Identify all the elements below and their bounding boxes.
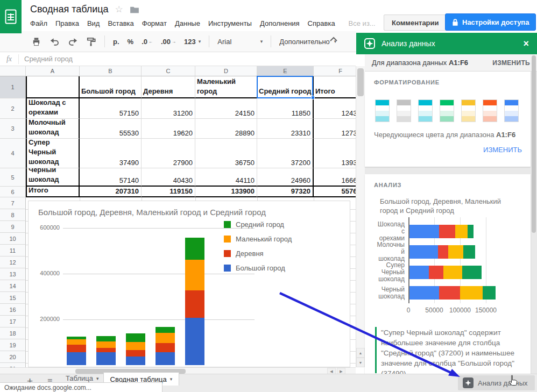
collapse-toolbar-icon[interactable]	[329, 37, 338, 42]
panel-bar-segment-Маленький город[interactable]	[460, 286, 483, 300]
legend-item[interactable]: Маленький город	[224, 235, 292, 243]
row-header-2[interactable]: 2	[0, 98, 26, 119]
share-button[interactable]: Настройки доступа	[445, 13, 536, 31]
cell-header-Итого[interactable]: Итого	[314, 76, 356, 98]
decrease-decimal-button[interactable]: .0←	[142, 38, 153, 46]
panel-bar-segment-Деревня[interactable]	[438, 245, 448, 259]
cell-header-Деревня[interactable]: Деревня	[142, 76, 195, 98]
cell-value-r6c2[interactable]: 119150	[142, 187, 195, 197]
column-header-A[interactable]: A	[26, 66, 80, 76]
sheet-tab-inactive[interactable]: Таблица▾	[66, 372, 99, 382]
menu-item-3[interactable]: Вид	[87, 19, 100, 27]
cell-value-r5c5[interactable]: 166640	[314, 168, 356, 187]
panel-bar-segment-Деревня[interactable]	[439, 225, 455, 238]
cell-value-r3c5[interactable]: 127350	[314, 119, 356, 139]
row-header-11[interactable]: 11	[0, 245, 26, 256]
sheets-logo[interactable]	[0, 0, 22, 33]
bar-segment-Маленький город[interactable]	[156, 333, 175, 343]
row-header-6[interactable]: 6	[0, 187, 26, 197]
row-header-18[interactable]: 18	[0, 327, 26, 339]
row-header-3[interactable]: 3	[0, 119, 26, 139]
row-header-20[interactable]: 20	[0, 351, 26, 363]
document-title[interactable]: Сводная таблица	[30, 4, 109, 15]
cell-value-r6c1[interactable]: 207310	[80, 187, 142, 197]
cell-A1[interactable]	[26, 76, 80, 98]
embedded-chart[interactable]: Большой город, Деревня, Маленький город …	[28, 201, 350, 367]
row-header-5[interactable]: 5	[0, 168, 26, 187]
currency-format-button[interactable]: p.	[113, 38, 119, 46]
menu-item-1[interactable]: Файл	[30, 19, 47, 27]
cell-header-Средний город[interactable]: Средний город	[257, 76, 314, 98]
cell-value-r3c3[interactable]: 28890	[195, 119, 257, 139]
menu-item-9[interactable]: Справка	[308, 19, 335, 27]
cell-value-r2c5[interactable]: 124350	[314, 98, 356, 119]
column-header-C[interactable]: C	[142, 66, 195, 76]
menu-item-5[interactable]: Формат	[142, 19, 167, 27]
menu-item-2[interactable]: Правка	[55, 19, 79, 27]
cell-header-Маленький город[interactable]: Маленький город	[195, 76, 257, 98]
bar-segment-Деревня[interactable]	[156, 343, 175, 352]
change-colors-link[interactable]: ИЗМЕНИТЬ	[483, 146, 522, 154]
cell-value-r3c1[interactable]: 55530	[80, 119, 142, 139]
bar-segment-Большой город[interactable]	[67, 352, 86, 365]
row-header-16[interactable]: 16	[0, 304, 26, 316]
bar-segment-Большой город[interactable]	[185, 318, 204, 365]
vertical-scrollbar-thumb[interactable]	[357, 68, 364, 96]
row-header-21[interactable]: 21	[0, 363, 26, 367]
cell-header-Большой город[interactable]: Большой город	[80, 76, 142, 98]
cell-label-row4[interactable]: Супер Черный шоколад	[26, 139, 80, 168]
close-icon[interactable]: ×	[523, 38, 529, 49]
panel-bar-segment-Деревня[interactable]	[439, 286, 460, 300]
panel-bar-segment-Большой город[interactable]	[409, 245, 438, 259]
cell-value-r3c4[interactable]: 23310	[257, 119, 314, 139]
cell-label-row5[interactable]: Черный шоколад	[26, 168, 80, 187]
swatch-teal[interactable]	[418, 99, 433, 122]
explore-footer-button[interactable]: Анализ данных	[458, 375, 535, 390]
bar-segment-Маленький город[interactable]	[67, 339, 86, 345]
cell-value-r5c3[interactable]: 44110	[195, 168, 257, 187]
cell-value-r5c4[interactable]: 24960	[257, 168, 314, 187]
panel-bar-segment-Маленький город[interactable]	[448, 245, 463, 259]
cell-value-r2c4[interactable]: 11850	[257, 98, 314, 119]
cell-value-r5c2[interactable]: 40430	[142, 168, 195, 187]
column-header-B[interactable]: B	[80, 66, 142, 76]
bar-segment-Средний город[interactable]	[67, 337, 86, 339]
panel-bar-segment-Маленький город[interactable]	[443, 266, 462, 279]
cell-value-r2c2[interactable]: 31200	[142, 98, 195, 119]
row-header-15[interactable]: 15	[0, 292, 26, 304]
row-header-14[interactable]: 14	[0, 280, 26, 292]
vertical-scrollbar[interactable]: ▲ ▼	[356, 66, 365, 367]
select-all-corner[interactable]	[0, 66, 26, 76]
cell-label-row3[interactable]: Молочный шоколад	[26, 119, 80, 139]
undo-button[interactable]	[50, 37, 60, 47]
swatch-gray[interactable]	[397, 99, 411, 122]
panel-bar-segment-Средний город[interactable]	[462, 266, 482, 279]
percent-format-button[interactable]: %	[128, 38, 134, 46]
cell-value-r2c1[interactable]: 57150	[80, 98, 142, 119]
bar-segment-Средний город[interactable]	[126, 333, 145, 342]
row-header-19[interactable]: 19	[0, 339, 26, 351]
menu-item-8[interactable]: Дополнения	[260, 19, 300, 27]
legend-item[interactable]: Средний город	[224, 220, 284, 229]
cell-value-r4c4[interactable]: 37200	[257, 139, 314, 168]
redo-button[interactable]	[68, 37, 78, 47]
paint-format-button[interactable]	[86, 37, 96, 47]
swatch-orange[interactable]	[483, 99, 497, 122]
row-header-1[interactable]: 1	[0, 76, 26, 98]
bar-segment-Большой город[interactable]	[126, 357, 145, 365]
cell-value-r6c3[interactable]: 133900	[195, 187, 257, 197]
comments-button[interactable]: Комментарии	[384, 15, 447, 31]
swatch-blue[interactable]	[504, 99, 519, 122]
panel-bar-segment-Большой город[interactable]	[409, 266, 429, 279]
bar-segment-Средний город[interactable]	[96, 336, 116, 341]
panel-bar-segment-Большой город[interactable]	[409, 225, 439, 238]
menu-item-7[interactable]: Инструменты	[208, 19, 252, 27]
row-header-12[interactable]: 12	[0, 256, 26, 268]
bar-segment-Большой город[interactable]	[156, 352, 175, 365]
cell-value-r6c4[interactable]: 97320	[257, 187, 314, 197]
bar-segment-Маленький город[interactable]	[185, 260, 204, 290]
panel-bar-segment-Большой город[interactable]	[409, 286, 439, 300]
bar-segment-Средний город[interactable]	[185, 238, 204, 260]
print-button[interactable]	[31, 37, 41, 47]
bar-segment-Деревня[interactable]	[126, 350, 145, 357]
